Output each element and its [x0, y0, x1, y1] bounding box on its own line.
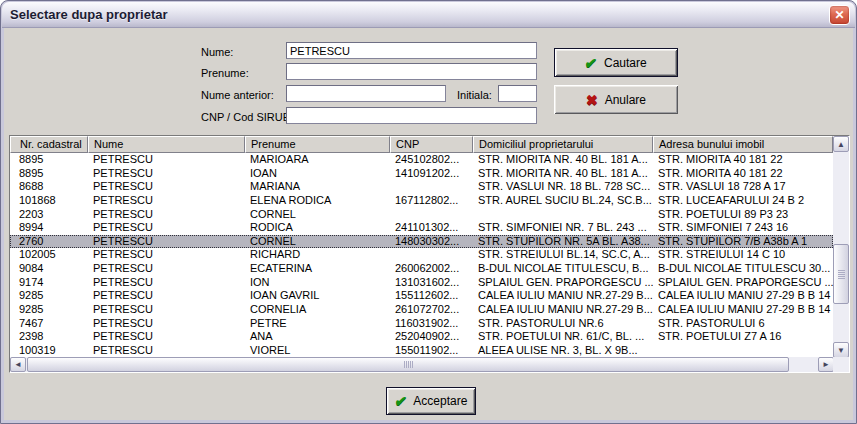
nume-anterior-input[interactable] [286, 85, 446, 102]
table-cell: PETRE [245, 317, 390, 331]
table-row[interactable]: 8688PETRESCUMARIANASTR. VASLUI NR. 18 BL… [10, 180, 833, 194]
table-cell: 2203 [10, 208, 88, 222]
table-cell: STR. AUREL SUCIU BL.24, SC.B... [473, 194, 653, 208]
cautare-label: Cautare [604, 56, 647, 70]
table-cell [473, 208, 653, 222]
table-cell: CORNEL [245, 208, 390, 222]
column-header[interactable]: CNP [390, 136, 473, 153]
table-cell: STR. LUCEAFARULUI 24 B 2 [653, 194, 833, 208]
nume-anterior-label: Nume anterior: [201, 89, 274, 101]
table-row[interactable]: 9084PETRESCUECATERINA260062002...B-DUL N… [10, 262, 833, 276]
table-cell: ELENA RODICA [245, 194, 390, 208]
table-row[interactable]: 8895PETRESCUIOAN141091202...STR. MIORITA… [10, 167, 833, 181]
prenume-label: Prenume: [201, 67, 249, 79]
cautare-button[interactable]: ✔ Cautare [554, 48, 678, 77]
table-cell: STR. STREIULUI 14 C 10 [653, 248, 833, 262]
table-cell: STR. PASTORULUI 6 [653, 317, 833, 331]
table-row[interactable]: 9285PETRESCUIOAN GAVRIL155112602...CALEA… [10, 289, 833, 303]
initiala-input[interactable] [498, 85, 537, 102]
table-cell: 100319 [10, 344, 88, 358]
table-cell [390, 248, 473, 262]
table-row[interactable]: 2398PETRESCUANA252040902...STR. POETULUI… [10, 330, 833, 344]
table-cell: 8895 [10, 153, 88, 167]
table-body: 8895PETRESCUMARIOARA245102802...STR. MIO… [10, 153, 833, 358]
table-row[interactable]: 9285PETRESCUCORNELIA261072702...CALEA IU… [10, 303, 833, 317]
table-cell: VIOREL [245, 344, 390, 358]
table-cell: STR. PASTORULUI NR.6 [473, 317, 653, 331]
table-header: Nr. cadastralNumePrenumeCNPDomiciliul pr… [10, 136, 833, 153]
table-row[interactable]: 7467PETRESCUPETRE116031902...STR. PASTOR… [10, 317, 833, 331]
column-header[interactable]: Nr. cadastral [10, 136, 88, 153]
table-row[interactable]: 2760PETRESCUCORNEL148030302...STR. STUPI… [10, 235, 833, 249]
table-cell: 252040902... [390, 330, 473, 344]
table-cell: CALEA IULIU MANIU NR.27-29 B... [473, 289, 653, 303]
anulare-label: Anulare [605, 93, 646, 107]
table-cell: STR. MIORITA NR. 40 BL. 181 A... [473, 153, 653, 167]
table-cell: PETRESCU [88, 235, 245, 249]
table-cell: 2760 [10, 235, 88, 249]
table-row[interactable]: 8994PETRESCURODICA241101302...STR. SIMFO… [10, 221, 833, 235]
column-header[interactable]: Nume [88, 136, 245, 153]
table-row[interactable]: 9174PETRESCUION131031602...SPLAIUL GEN. … [10, 276, 833, 290]
table-cell: CALEA IULIU MANIU NR.27-29 B... [473, 303, 653, 317]
table-cell: MARIANA [245, 180, 390, 194]
table-row[interactable]: 2203PETRESCUCORNELSTR. POETULUI 89 P3 23 [10, 208, 833, 222]
table-row[interactable]: 102005PETRESCURICHARDSTR. STREIULUI BL.1… [10, 248, 833, 262]
anulare-button[interactable]: ✖ Anulare [554, 85, 678, 114]
table-cell: PETRESCU [88, 194, 245, 208]
table-row[interactable]: 101868PETRESCUELENA RODICA167112802...ST… [10, 194, 833, 208]
table-row[interactable]: 8895PETRESCUMARIOARA245102802...STR. MIO… [10, 153, 833, 167]
thumb-grip [404, 361, 413, 368]
nume-input[interactable] [286, 42, 537, 59]
scroll-up-icon[interactable]: ▲ [833, 136, 849, 152]
table-cell [390, 208, 473, 222]
horizontal-scroll-thumb[interactable] [27, 357, 789, 372]
table-cell: PETRESCU [88, 303, 245, 317]
cnp-sirues-input[interactable] [286, 107, 537, 124]
column-header[interactable]: Domiciliul proprietarului [473, 136, 653, 153]
title-bar[interactable]: Selectare dupa proprietar ✕ [2, 2, 855, 28]
table-cell: PETRESCU [88, 221, 245, 235]
table-cell: STR. POETULUI 89 P3 23 [653, 208, 833, 222]
table-row[interactable]: 100319PETRESCUVIOREL155011902...ALEEA UL… [10, 344, 833, 358]
table-cell: PETRESCU [88, 344, 245, 358]
table-cell: STR. POETULUI NR. 61/C, BL. ... [473, 330, 653, 344]
table-cell: 8895 [10, 167, 88, 181]
table-cell: 101868 [10, 194, 88, 208]
table-cell: MARIOARA [245, 153, 390, 167]
acceptare-button[interactable]: ✔ Acceptare [386, 387, 476, 415]
table-cell: PETRESCU [88, 330, 245, 344]
table-cell: STR. MIORITA 40 181 22 [653, 167, 833, 181]
table-cell: STR. STUPILOR 7/B A38b A 1 [653, 235, 833, 249]
table-cell: ECATERINA [245, 262, 390, 276]
table-cell: STR. MIORITA NR. 40 BL. 181 A... [473, 167, 653, 181]
table-cell: PETRESCU [88, 153, 245, 167]
table-cell: STR. VASLUI NR. 18 BL. 728 SC... [473, 180, 653, 194]
table-cell: 9174 [10, 276, 88, 290]
table-cell: IOAN [245, 167, 390, 181]
scroll-down-icon[interactable]: ▼ [833, 342, 849, 358]
scroll-left-icon[interactable]: ◄ [10, 357, 26, 372]
table-cell: 7467 [10, 317, 88, 331]
vertical-scrollbar[interactable]: ▲ ▼ [833, 136, 849, 358]
column-header[interactable]: Adresa bunului imobil [653, 136, 833, 153]
table-cell: STR. VASLUI 18 728 A 17 [653, 180, 833, 194]
table-cell [653, 344, 833, 358]
table-cell: STR. STUPILOR NR. 5A BL. A38... [473, 235, 653, 249]
table-cell: RICHARD [245, 248, 390, 262]
horizontal-scrollbar[interactable]: ◄ ► [10, 357, 834, 372]
column-header[interactable]: Prenume [245, 136, 390, 153]
vertical-scroll-thumb[interactable] [833, 244, 849, 304]
initiala-label: Initiala: [457, 89, 492, 101]
table-cell: 241101302... [390, 221, 473, 235]
table-cell: ION [245, 276, 390, 290]
table-cell: ALEEA ULISE NR. 3, BL. X 9B... [473, 344, 653, 358]
check-icon: ✔ [394, 396, 407, 406]
prenume-input[interactable] [286, 63, 537, 80]
close-icon[interactable]: ✕ [829, 5, 850, 25]
table-cell: 155011902... [390, 344, 473, 358]
table-cell: STR. MIORITA 40 181 22 [653, 153, 833, 167]
table-cell: PETRESCU [88, 262, 245, 276]
scroll-right-icon[interactable]: ► [818, 357, 834, 372]
table-cell: STR. STREIULUI BL.14, SC.C, A... [473, 248, 653, 262]
